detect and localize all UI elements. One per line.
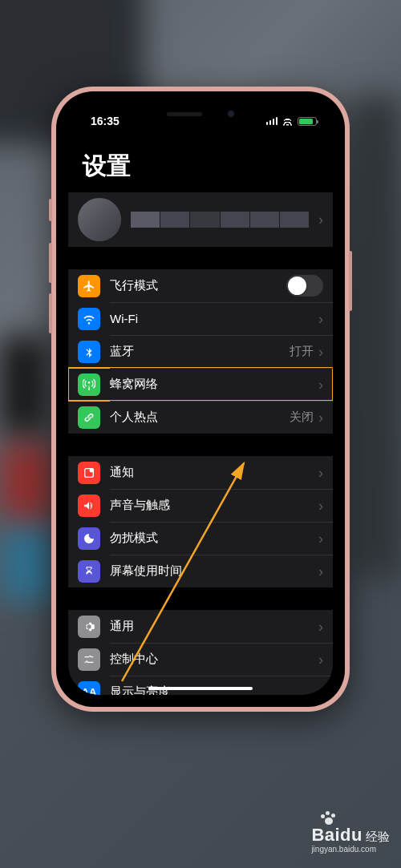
watermark-paw-icon xyxy=(319,810,338,825)
row-label: 蜂窝网络 xyxy=(110,377,318,392)
settings-list: 飞行模式Wi-Fi›蓝牙打开›蜂窝网络›个人热点关闭›通知›声音与触感›勿扰模式… xyxy=(68,269,333,695)
settings-row-bluetooth[interactable]: 蓝牙打开› xyxy=(68,335,333,368)
settings-row-hotspot[interactable]: 个人热点关闭› xyxy=(68,401,333,434)
toggle-airplane[interactable] xyxy=(286,275,323,297)
profile-row[interactable]: › xyxy=(68,192,333,247)
page-title: 设置 xyxy=(68,135,333,192)
phone-frame: 16:35 设置 › 飞行模式Wi-Fi›蓝牙打开›蜂窝网络›个人热点关闭›通知… xyxy=(51,87,350,712)
status-time: 16:35 xyxy=(91,115,119,127)
row-label: 控制中心 xyxy=(110,652,318,667)
chevron-right-icon: › xyxy=(318,345,323,359)
hourglass-icon xyxy=(78,560,100,583)
bt-icon xyxy=(78,341,100,363)
row-label: 通用 xyxy=(110,619,318,634)
volume-up-button xyxy=(49,243,52,283)
plane-icon xyxy=(78,275,100,297)
profile-info-redacted xyxy=(131,212,309,228)
row-label: 声音与触感 xyxy=(110,498,318,513)
link-icon xyxy=(78,406,100,429)
gear-icon xyxy=(78,616,100,638)
chevron-right-icon: › xyxy=(318,312,323,326)
chevron-right-icon: › xyxy=(318,652,323,667)
wifi-icon xyxy=(78,308,100,330)
row-value: 关闭 xyxy=(290,410,314,425)
settings-row-sounds[interactable]: 声音与触感› xyxy=(68,489,333,522)
watermark-url: jingyan.baidu.com xyxy=(311,845,390,854)
aa-icon: AA xyxy=(78,681,100,696)
watermark-suffix: 经验 xyxy=(366,830,390,845)
chevron-right-icon: › xyxy=(318,466,323,480)
row-label: 屏幕使用时间 xyxy=(110,563,318,579)
chevron-right-icon: › xyxy=(318,212,323,227)
chevron-right-icon: › xyxy=(318,531,323,546)
settings-row-notifications[interactable]: 通知› xyxy=(68,456,333,489)
chevron-right-icon: › xyxy=(318,564,323,579)
chevron-right-icon: › xyxy=(318,377,323,392)
settings-row-airplane[interactable]: 飞行模式 xyxy=(68,269,333,302)
settings-row-wifi[interactable]: Wi-Fi› xyxy=(68,302,333,335)
notch xyxy=(132,103,269,124)
row-label: 勿扰模式 xyxy=(110,531,318,546)
cell-icon xyxy=(78,373,100,396)
settings-row-dnd[interactable]: 勿扰模式› xyxy=(68,522,333,555)
settings-row-general[interactable]: 通用› xyxy=(68,610,333,643)
notif-icon xyxy=(78,462,100,484)
row-label: 个人热点 xyxy=(110,410,290,425)
avatar xyxy=(78,198,121,241)
settings-row-cellular[interactable]: 蜂窝网络› xyxy=(68,368,333,401)
chevron-right-icon: › xyxy=(318,620,323,634)
power-button xyxy=(349,251,352,311)
home-indicator[interactable] xyxy=(148,687,253,690)
moon-icon xyxy=(78,527,100,550)
settings-row-screentime[interactable]: 屏幕使用时间› xyxy=(68,555,333,587)
mute-switch xyxy=(49,199,52,221)
chevron-right-icon: › xyxy=(318,499,323,513)
chevron-right-icon: › xyxy=(318,410,323,425)
svg-point-1 xyxy=(90,468,94,472)
wifi-status-icon xyxy=(282,117,294,126)
row-label: 通知 xyxy=(110,465,318,480)
cellular-signal-icon xyxy=(266,117,278,125)
settings-row-control[interactable]: 控制中心› xyxy=(68,643,333,676)
volume-down-button xyxy=(49,293,52,333)
sound-icon xyxy=(78,495,100,517)
screen: 16:35 设置 › 飞行模式Wi-Fi›蓝牙打开›蜂窝网络›个人热点关闭›通知… xyxy=(68,103,333,695)
battery-icon xyxy=(298,117,317,126)
row-label: 飞行模式 xyxy=(110,278,286,293)
watermark-brand: Baidu xyxy=(311,825,363,846)
watermark: Baidu 经验 jingyan.baidu.com xyxy=(311,825,390,854)
settings-row-display[interactable]: AA显示与亮度› xyxy=(68,676,333,695)
row-label: 蓝牙 xyxy=(110,344,290,359)
row-value: 打开 xyxy=(290,344,314,359)
chevron-right-icon: › xyxy=(318,685,323,696)
sliders-icon xyxy=(78,648,100,671)
row-label: Wi-Fi xyxy=(110,312,318,325)
